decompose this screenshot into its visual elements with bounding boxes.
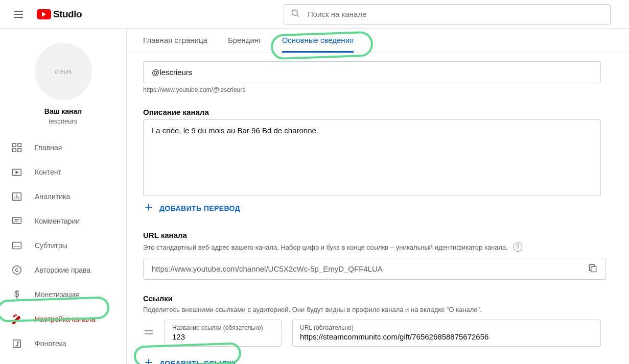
handle-url-helper: https://www.youtube.com/@lescrieurs (143, 86, 601, 93)
sidebar-item-subtitles[interactable]: Субтитры (0, 233, 126, 258)
svg-point-18 (13, 266, 21, 275)
description-section-title: Описание канала (143, 108, 601, 116)
link-url-label: URL (обязательно) (300, 324, 593, 331)
hamburger-icon (14, 11, 23, 18)
link-row: Название ссылки (обязательно) URL (обяза… (143, 320, 601, 347)
sidebar-item-customization[interactable]: Настройка канала (0, 307, 126, 331)
sidebar-item-copyright[interactable]: Авторские права (0, 258, 126, 282)
tab-label: Главная страница (143, 36, 207, 44)
copy-icon (588, 263, 598, 275)
main-content: Главная страница Брендинг Основные сведе… (127, 29, 629, 364)
links-section-title: Ссылки (143, 294, 601, 303)
svg-rect-15 (13, 242, 21, 249)
studio-logo-text: Studio (53, 9, 82, 20)
svg-rect-2 (13, 143, 16, 147)
link-title-label: Название ссылки (обязательно) (172, 324, 274, 331)
youtube-icon (37, 9, 51, 19)
sidebar-item-label: Контент (35, 168, 61, 176)
content-icon (11, 166, 22, 178)
sidebar-item-label: Фонотека (35, 339, 66, 348)
search-input[interactable] (308, 10, 604, 18)
comments-icon (11, 215, 22, 227)
sidebar-item-label: Субтитры (35, 241, 67, 250)
add-translation-button[interactable]: ДОБАВИТЬ ПЕРЕВОД (143, 198, 240, 219)
svg-rect-5 (18, 149, 21, 152)
search-box[interactable] (284, 4, 611, 25)
sidebar: crieurs Ваш канал lescrieurs Главная Кон… (0, 29, 127, 364)
svg-point-20 (15, 314, 16, 316)
sidebar-item-label: Комментарии (35, 217, 80, 225)
link-title-input[interactable] (172, 332, 274, 341)
svg-rect-3 (18, 143, 21, 147)
search-icon (290, 8, 300, 20)
channel-url-input[interactable] (143, 258, 606, 280)
handle-input[interactable] (143, 61, 601, 83)
sidebar-item-label: Монетизация (35, 290, 79, 299)
menu-button[interactable] (8, 4, 29, 25)
subtitles-icon (11, 240, 22, 251)
tab-label: Брендинг (228, 36, 262, 44)
svg-rect-4 (13, 149, 16, 152)
monetize-icon (11, 289, 22, 300)
channel-avatar[interactable]: crieurs (35, 43, 92, 100)
sidebar-item-label: Настройка канала (35, 315, 96, 323)
sidebar-item-label: Авторские права (35, 266, 90, 274)
header: Studio (0, 0, 629, 29)
sidebar-item-content[interactable]: Контент (0, 160, 126, 184)
sidebar-item-monetization[interactable]: Монетизация (0, 282, 126, 307)
plus-icon (143, 357, 154, 364)
help-icon[interactable]: ? (513, 242, 522, 252)
tab-basic-info[interactable]: Основные сведения (282, 29, 354, 53)
sidebar-item-label: Аналитика (35, 192, 70, 201)
copyright-icon (11, 264, 22, 276)
svg-point-19 (13, 316, 14, 317)
links-section-desc: Поделитесь внешними ссылками с аудиторие… (143, 306, 482, 313)
link-url-field[interactable]: URL (обязательно) (292, 320, 601, 347)
channel-url-section-desc: Это стандартный веб-адрес вашего канала.… (143, 244, 508, 251)
sidebar-item-analytics[interactable]: Аналитика (0, 184, 126, 209)
link-url-input[interactable] (300, 332, 593, 341)
audio-library-icon (11, 338, 22, 349)
copy-url-button[interactable] (585, 261, 601, 277)
svg-rect-24 (591, 266, 596, 272)
svg-line-1 (297, 15, 299, 17)
sidebar-item-audio-library[interactable]: Фонотека (0, 331, 126, 356)
button-label: ДОБАВИТЬ ПЕРЕВОД (159, 204, 240, 212)
studio-logo[interactable]: Studio (37, 9, 82, 20)
sidebar-item-comments[interactable]: Комментарии (0, 209, 126, 233)
add-link-button[interactable]: ДОБАВИТЬ ССЫЛКУ (143, 353, 237, 364)
tabs: Главная страница Брендинг Основные сведе… (127, 29, 629, 53)
channel-title-label: Ваш канал (0, 107, 126, 115)
channel-url-section-title: URL канала (143, 231, 601, 239)
customize-icon (11, 313, 22, 325)
svg-point-0 (292, 10, 297, 15)
drag-icon (144, 329, 154, 337)
sidebar-item-dashboard[interactable]: Главная (0, 135, 126, 160)
link-title-field[interactable]: Название ссылки (обязательно) (165, 320, 282, 347)
analytics-icon (11, 191, 22, 202)
tab-branding[interactable]: Брендинг (228, 29, 262, 53)
channel-description-textarea[interactable] (143, 119, 601, 196)
dashboard-icon (11, 142, 22, 153)
svg-rect-12 (13, 217, 21, 224)
plus-icon (143, 202, 154, 214)
channel-block: crieurs Ваш канал lescrieurs (0, 39, 126, 135)
button-label: ДОБАВИТЬ ССЫЛКУ (159, 359, 237, 365)
drag-handle[interactable] (143, 329, 154, 337)
sidebar-item-label: Главная (35, 143, 62, 152)
tab-label: Основные сведения (282, 36, 354, 44)
tab-layout[interactable]: Главная страница (143, 29, 207, 53)
svg-marker-7 (16, 171, 18, 174)
channel-name: lescrieurs (0, 117, 126, 125)
